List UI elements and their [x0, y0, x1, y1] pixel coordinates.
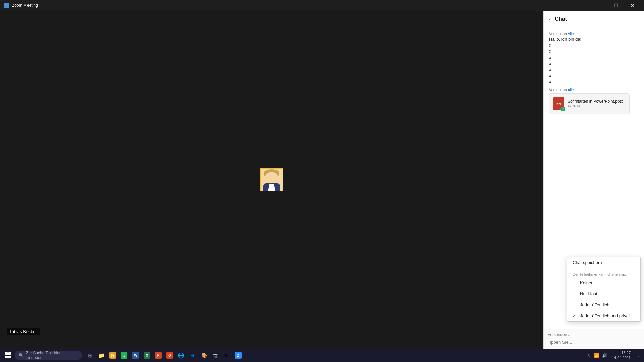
- tray-chevron[interactable]: ∧: [585, 352, 592, 359]
- explorer-button[interactable]: 📁: [96, 350, 107, 361]
- network-icon[interactable]: 📶: [593, 352, 600, 359]
- dropdown-nur-host[interactable]: Nur Host: [567, 288, 640, 299]
- participant-name: Tobias Becker: [9, 329, 37, 334]
- message-2: Von mir an Alle: PPT ✓ Schriftarten in P…: [549, 88, 639, 114]
- file-info: Schriftarten in PowerPoint.pptx 44,76 KB: [568, 99, 625, 108]
- search-placeholder: Zur Suche Text hier eingeben: [26, 351, 78, 360]
- video-area: Tobias Becker: [0, 11, 543, 349]
- check-badge: ✓: [560, 107, 565, 111]
- participant-avatar: [260, 168, 283, 191]
- msg-1-x2: x: [549, 48, 639, 54]
- volume-icon[interactable]: 🔊: [601, 352, 608, 359]
- system-clock[interactable]: 15:27 14.04.2021: [609, 350, 633, 361]
- app-extra1[interactable]: 🎨: [199, 350, 209, 361]
- chat-footer: Versenden a: [544, 329, 644, 349]
- app-icon: [4, 3, 9, 8]
- spotify-button[interactable]: ♫: [119, 350, 129, 361]
- chat-options-dropdown: Chat speichern Der Teilnehmer kann chatt…: [567, 257, 641, 322]
- window-title: Zoom Meeting: [12, 3, 38, 8]
- main-area: Tobias Becker ‹ Chat Von mir an Alle: Ha…: [0, 11, 644, 349]
- taskbar-tray: ∧ 📶 🔊 15:27 14.04.2021 🗨: [585, 350, 641, 361]
- notification-icon[interactable]: 🗨: [635, 352, 641, 359]
- file-name: Schriftarten in PowerPoint.pptx: [568, 99, 625, 104]
- msg-1-x3: x: [549, 55, 639, 61]
- msg-2-sender-link: Alle: [568, 88, 574, 92]
- chat-input[interactable]: [548, 338, 640, 346]
- chrome-button[interactable]: 🌐: [176, 350, 186, 361]
- file-icon-wrap: PPT ✓: [553, 97, 564, 110]
- msg-1-x6: x: [549, 73, 639, 79]
- app-extra2[interactable]: 📷: [210, 350, 221, 361]
- msg-1-x4: x: [549, 61, 639, 67]
- msg-1-x7: x: [549, 79, 639, 85]
- msg-2-sender: Von mir an Alle:: [549, 88, 639, 92]
- dropdown-jeder-oeffentlich-privat[interactable]: ✓ Jeder öffentlich und privat: [567, 310, 640, 321]
- file-attachment[interactable]: PPT ✓ Schriftarten in PowerPoint.pptx 44…: [549, 93, 630, 114]
- chat-header: ‹ Chat: [544, 11, 644, 27]
- powerpoint-button[interactable]: P: [153, 350, 164, 361]
- chat-panel: ‹ Chat Von mir an Alle: Hallo, ich bin d…: [543, 11, 644, 349]
- minimize-button[interactable]: —: [592, 0, 608, 11]
- taskbar: 🔍 Zur Suche Text hier eingeben ⊞ 📁 69 ♫ …: [0, 349, 644, 362]
- msg-1-x5: x: [549, 67, 639, 73]
- avatar-image: [261, 169, 283, 191]
- dropdown-divider: [567, 269, 640, 269]
- dropdown-save-chat[interactable]: Chat speichern: [567, 257, 640, 268]
- message-1: Von mir an Alle: Hallo, ich bin da! x x …: [549, 32, 639, 85]
- restore-button[interactable]: ❐: [608, 0, 624, 11]
- windows-logo: [5, 352, 11, 358]
- word-button[interactable]: W: [130, 350, 141, 361]
- taskbar-apps: ⊞ 📁 69 ♫ W X P O 🌐 e �: [85, 350, 244, 361]
- app-69[interactable]: 69: [107, 350, 118, 361]
- close-button[interactable]: ✕: [625, 0, 640, 11]
- participant-name-tag: Tobias Becker: [7, 328, 40, 335]
- title-bar: Zoom Meeting — ❐ ✕: [0, 0, 644, 11]
- msg-1-sender-link: Alle: [568, 32, 574, 36]
- chat-title: Chat: [555, 16, 567, 22]
- msg-1-x1: x: [549, 42, 639, 48]
- excel-button[interactable]: X: [142, 350, 152, 361]
- dropdown-keiner[interactable]: Keiner: [567, 277, 640, 288]
- office-button[interactable]: O: [164, 350, 175, 361]
- file-size: 44,76 KB: [568, 104, 625, 108]
- msg-1-text: Hallo, ich bin da!: [549, 36, 639, 42]
- edge-button[interactable]: e: [187, 350, 198, 361]
- send-to-row: Versenden a: [548, 332, 640, 337]
- dropdown-jeder-oeffentlich[interactable]: Jeder öffentlich: [567, 299, 640, 310]
- dropdown-section-label: Der Teilnehmer kann chatten mit:: [567, 270, 640, 277]
- window-controls: — ❐ ✕: [592, 0, 640, 11]
- chat-back-button[interactable]: ‹: [549, 16, 551, 22]
- taskbar-search-box[interactable]: 🔍 Zur Suche Text hier eingeben: [15, 351, 82, 360]
- zoom-button[interactable]: Z: [233, 350, 244, 361]
- msg-1-sender: Von mir an Alle:: [549, 32, 639, 36]
- send-to-label: Versenden a: [548, 332, 570, 337]
- taskview-button[interactable]: ⊞: [85, 350, 95, 361]
- app-extra3[interactable]: 🖥: [221, 350, 232, 361]
- start-button[interactable]: [3, 350, 13, 361]
